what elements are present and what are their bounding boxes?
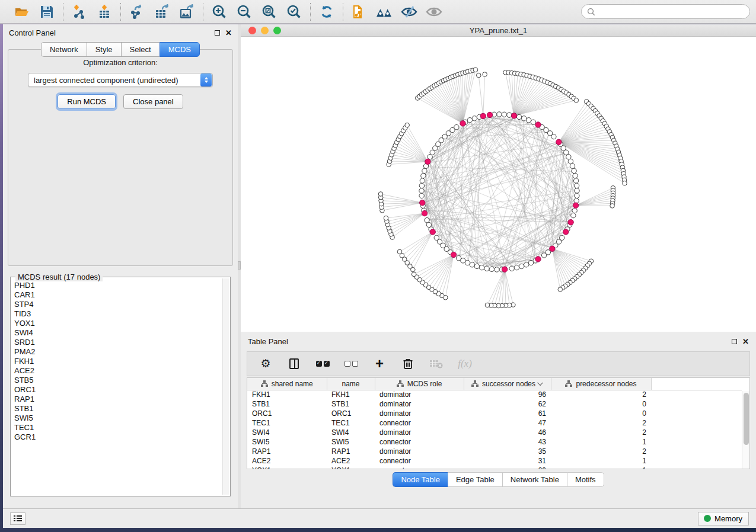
table-row[interactable]: SWI5SWI5connector431: [247, 437, 742, 447]
export-image-button[interactable]: [178, 4, 195, 20]
first-neighbors-button[interactable]: [376, 4, 393, 20]
tab-motifs[interactable]: Motifs: [567, 472, 604, 487]
open-file-button[interactable]: [14, 4, 30, 20]
zoom-fit-button[interactable]: [261, 4, 277, 20]
column-label: predecessor nodes: [576, 380, 636, 388]
table-panel-title: Table Panel: [248, 337, 288, 346]
mcds-result-item[interactable]: SRD1: [14, 338, 222, 347]
show-columns-button[interactable]: [286, 356, 302, 371]
mcds-result-item[interactable]: SWI4: [14, 328, 222, 338]
column-header-shared-name[interactable]: shared name: [247, 378, 327, 390]
table-scroll-thumb[interactable]: [744, 393, 749, 445]
table-row[interactable]: ACE2ACE2connector311: [247, 456, 742, 466]
table-row[interactable]: YOX1YOX1connector291: [247, 466, 742, 469]
memory-button[interactable]: Memory: [698, 512, 749, 525]
tab-network[interactable]: Network: [41, 42, 87, 57]
clone-network-button[interactable]: [351, 4, 368, 20]
table-cell: RAP1: [327, 447, 375, 456]
table-cell: TEC1: [327, 418, 375, 428]
refresh-icon: [319, 4, 334, 20]
select-all-button[interactable]: [315, 356, 330, 371]
table-row[interactable]: FKH1FKH1dominator962: [247, 390, 742, 399]
tab-network-table[interactable]: Network Table: [502, 472, 567, 487]
mcds-result-item[interactable]: ACE2: [14, 366, 222, 376]
close-panel-button[interactable]: Close panel: [123, 94, 183, 109]
network-canvas[interactable]: [241, 37, 756, 331]
mcds-result-item[interactable]: STB5: [14, 376, 222, 385]
mcds-result-item[interactable]: CAR1: [14, 290, 222, 300]
refresh-button[interactable]: [318, 4, 335, 20]
import-network-button[interactable]: [71, 4, 88, 20]
mcds-result-item[interactable]: RAP1: [14, 395, 222, 404]
mcds-result-item[interactable]: STP4: [14, 300, 222, 309]
run-mcds-button[interactable]: Run MCDS: [58, 94, 116, 109]
trash-icon: [403, 358, 413, 370]
zoom-selected-button[interactable]: [286, 4, 302, 20]
mcds-result-item[interactable]: FKH1: [14, 357, 222, 366]
tab-select[interactable]: Select: [121, 42, 160, 57]
table-cell-filler: [651, 418, 742, 428]
import-table-button[interactable]: [96, 4, 113, 20]
column-namespace-icon: [565, 380, 572, 387]
add-column-button[interactable]: +: [372, 356, 387, 371]
save-session-button[interactable]: [39, 4, 55, 20]
close-panel-icon[interactable]: ✕: [225, 30, 232, 36]
export-network-button[interactable]: [129, 4, 145, 20]
table-settings-button[interactable]: ⚙: [258, 356, 273, 371]
table-scrollbar[interactable]: [742, 391, 749, 469]
mcds-result-item[interactable]: PMA2: [14, 347, 222, 357]
table-cell: SWI5: [327, 437, 375, 447]
network-search-box[interactable]: [581, 4, 750, 19]
network-graph[interactable]: [241, 37, 756, 331]
network-view-panel: YPA_prune.txt_1: [241, 24, 756, 332]
tab-mcds[interactable]: MCDS: [160, 42, 200, 57]
table-cell: 62: [464, 399, 551, 409]
mcds-list-scrollbar[interactable]: [222, 278, 229, 495]
show-all-button[interactable]: [426, 4, 442, 20]
table-row[interactable]: ORC1ORC1dominator610: [247, 409, 742, 418]
float-panel-icon[interactable]: [215, 30, 220, 36]
mcds-result-list[interactable]: PHD1CAR1STP4TID3YOX1SWI4SRD1PMA2FKH1ACE2…: [14, 281, 222, 493]
table-cell: ORC1: [247, 409, 327, 418]
optimization-criterion-dropdown[interactable]: largest connected component (undirected): [28, 73, 213, 87]
zoom-out-button[interactable]: [236, 4, 253, 20]
table-cell: 0: [551, 399, 651, 409]
mcds-result-item[interactable]: ORC1: [14, 385, 222, 395]
search-input[interactable]: [599, 8, 744, 16]
mcds-result-item[interactable]: SWI5: [14, 414, 222, 423]
column-header-predecessor-nodes[interactable]: predecessor nodes: [551, 378, 651, 390]
table-float-icon[interactable]: [732, 339, 737, 344]
table-row[interactable]: TEC1TEC1connector472: [247, 418, 742, 428]
table-row[interactable]: SWI4SWI4dominator462: [247, 428, 742, 437]
mcds-result-item[interactable]: TEC1: [14, 423, 222, 432]
tab-edge-table[interactable]: Edge Table: [448, 472, 502, 487]
column-header-name[interactable]: name: [327, 378, 375, 390]
table-cell: dominator: [375, 428, 464, 437]
tab-node-table[interactable]: Node Table: [393, 472, 448, 487]
mcds-result-item[interactable]: GCR1: [14, 432, 222, 442]
table-cell: STB1: [247, 399, 327, 409]
delete-column-button[interactable]: [400, 356, 416, 371]
table-cell: ACE2: [247, 456, 327, 466]
deselect-all-button[interactable]: [343, 356, 359, 371]
tab-style[interactable]: Style: [87, 42, 121, 57]
hide-selected-button[interactable]: [401, 4, 417, 20]
sort-chevron-icon: [537, 380, 543, 386]
table-row[interactable]: RAP1RAP1dominator352: [247, 447, 742, 456]
table-row[interactable]: STB1STB1dominator620: [247, 399, 742, 409]
table-tabs: Node TableEdge TableNetwork TableMotifs: [241, 472, 756, 487]
table-cell: connector: [375, 437, 464, 447]
mcds-result-item[interactable]: STB1: [14, 404, 222, 414]
mcds-result-item[interactable]: YOX1: [14, 319, 222, 328]
column-header-successor-nodes[interactable]: successor nodes: [464, 378, 551, 390]
table-cell: connector: [375, 466, 464, 469]
mcds-result-item[interactable]: PHD1: [14, 281, 222, 290]
table-close-icon[interactable]: ✕: [742, 339, 749, 344]
table-cell: 46: [464, 428, 551, 437]
table-cell: dominator: [375, 390, 464, 399]
show-panels-button[interactable]: [10, 512, 25, 525]
export-table-button[interactable]: [154, 4, 170, 20]
mcds-result-item[interactable]: TID3: [14, 309, 222, 319]
zoom-in-button[interactable]: [211, 4, 228, 20]
column-header-MCDS-role[interactable]: MCDS role: [375, 378, 464, 390]
